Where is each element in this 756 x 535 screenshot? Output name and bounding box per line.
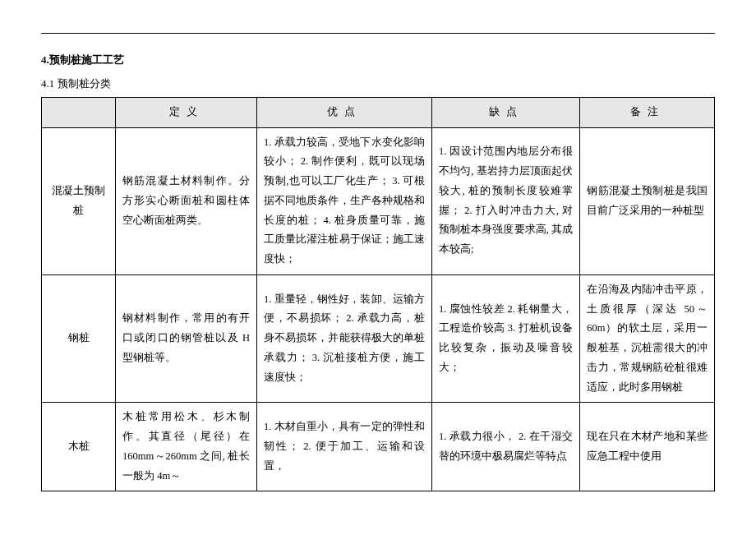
cell-def: 木桩常用松木、杉木制作。其直径（尾径）在 160mm～260mm 之间, 桩长一… <box>116 403 257 491</box>
th-name <box>42 97 116 127</box>
th-notes: 备注 <box>580 97 715 127</box>
table-row: 混凝土预制桩 钢筋混凝土材料制作。分方形实心断面桩和圆柱体空心断面桩两类。 1.… <box>42 127 715 274</box>
top-rule <box>41 33 715 34</box>
cell-notes: 钢筋混凝土预制桩是我国目前广泛采用的一种桩型 <box>580 127 715 274</box>
table-row: 木桩 木桩常用松木、杉木制作。其直径（尾径）在 160mm～260mm 之间, … <box>42 403 715 491</box>
th-pros: 优点 <box>257 97 432 127</box>
cell-name: 钢桩 <box>42 274 116 403</box>
cell-name: 混凝土预制桩 <box>42 127 116 274</box>
cell-def: 钢筋混凝土材料制作。分方形实心断面桩和圆柱体空心断面桩两类。 <box>116 127 257 274</box>
cell-cons: 1. 腐蚀性较差 2. 耗钢量大，工程造价较高 3. 打桩机设备比较复杂，振动及… <box>432 274 580 403</box>
cell-pros: 1. 承载力较高，受地下水变化影响较小； 2. 制作便利，既可以现场预制,也可以… <box>257 127 432 274</box>
cell-name: 木桩 <box>42 403 116 491</box>
table-header-row: 定义 优点 缺点 备注 <box>42 97 715 127</box>
cell-cons: 1. 承载力很小， 2. 在干湿交替的环境中极易腐烂等特点 <box>432 403 580 491</box>
cell-cons: 1. 因设计范围内地层分布很不均匀, 基岩持力层顶面起伏较大, 桩的预制长度较难… <box>432 127 580 274</box>
pile-types-table: 定义 优点 缺点 备注 混凝土预制桩 钢筋混凝土材料制作。分方形实心断面桩和圆柱… <box>41 97 715 492</box>
subsection-title: 4.1 预制桩分类 <box>41 74 715 93</box>
cell-notes: 在沿海及内陆冲击平原，土质很厚（深达 50～60m）的软土层，采用一般桩基，沉桩… <box>580 274 715 403</box>
th-def: 定义 <box>116 97 257 127</box>
th-cons: 缺点 <box>432 97 580 127</box>
cell-def: 钢材料制作，常用的有开口或闭口的钢管桩以及 H 型钢桩等。 <box>116 274 257 403</box>
cell-notes: 现在只在木材产地和某些应急工程中使用 <box>580 403 715 491</box>
cell-pros: 1. 重量轻，钢性好，装卸、运输方便，不易损坏； 2. 承载力高，桩身不易损坏，… <box>257 274 432 403</box>
table-row: 钢桩 钢材料制作，常用的有开口或闭口的钢管桩以及 H 型钢桩等。 1. 重量轻，… <box>42 274 715 403</box>
cell-pros: 1. 木材自重小，具有一定的弹性和韧性； 2. 便于加工、运输和设置， <box>257 403 432 491</box>
section-title: 4.预制桩施工工艺 <box>41 50 715 69</box>
